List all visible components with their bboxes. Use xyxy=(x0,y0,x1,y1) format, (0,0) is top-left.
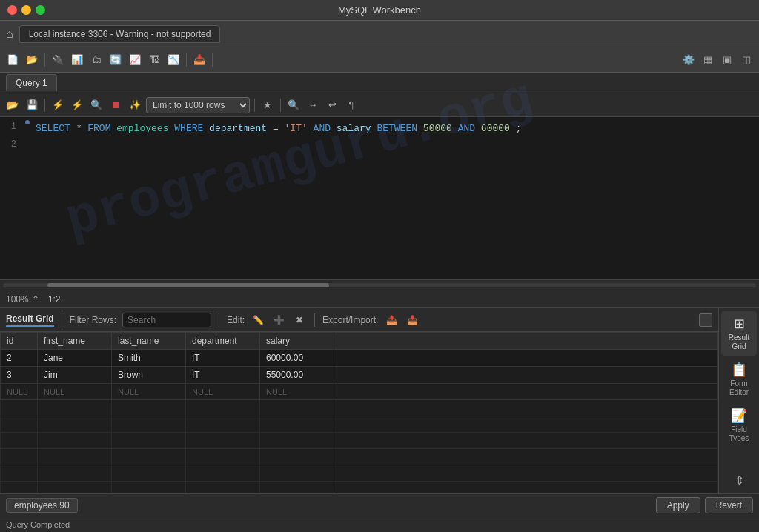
cell-id-2[interactable]: 3 xyxy=(1,367,38,384)
sql-editor[interactable]: 1 SELECT * FROM employees WHERE departme… xyxy=(0,117,759,280)
zoom-arrows[interactable]: ⌃ xyxy=(32,294,39,305)
edit-delete-button[interactable]: ✖ xyxy=(292,313,307,327)
search-button[interactable]: 🔍 xyxy=(285,97,302,113)
table-row-null[interactable]: NULL NULL NULL NULL NULL xyxy=(1,384,718,400)
manage-connections-button[interactable]: 🔌 xyxy=(50,52,66,68)
replace-button[interactable]: ↔ xyxy=(305,97,321,113)
horizontal-scrollbar[interactable] xyxy=(0,280,759,290)
table-row-empty xyxy=(1,482,718,494)
minimize-button[interactable] xyxy=(21,5,31,15)
sidebar-result-grid-button[interactable]: ⊞ Result Grid xyxy=(721,311,757,356)
cell-id-1[interactable]: 2 xyxy=(1,350,38,367)
execute-button[interactable]: ⚡ xyxy=(50,97,66,113)
layout-1-button[interactable]: ▦ xyxy=(700,52,716,68)
cell-last-2[interactable]: Brown xyxy=(112,367,186,384)
line-number-1: 1 xyxy=(0,120,22,132)
export-button[interactable]: 📤 xyxy=(384,313,399,327)
col-header-last-name: last_name xyxy=(112,333,186,350)
num-50000: 50000 xyxy=(423,123,458,134)
execute-current-button[interactable]: ⚡ xyxy=(69,97,85,113)
stop-button[interactable]: ⏹ xyxy=(107,97,124,113)
sql-line-2: 2 xyxy=(0,138,759,153)
revert-button[interactable]: Revert xyxy=(705,497,753,513)
import-button[interactable]: 📥 xyxy=(405,313,420,327)
maximize-button[interactable] xyxy=(36,5,45,15)
settings-button[interactable]: ⚙️ xyxy=(680,52,697,68)
scrollbar-thumb[interactable] xyxy=(47,283,329,287)
cell-extra-1 xyxy=(334,350,718,367)
cell-null-first[interactable]: NULL xyxy=(38,384,112,400)
cell-first-1[interactable]: Jane xyxy=(38,350,112,367)
table-data-button[interactable]: 🗂 xyxy=(88,52,105,68)
workbench-button[interactable]: 🏗 xyxy=(146,52,162,68)
op-eq: = xyxy=(273,123,279,134)
apply-button[interactable]: Apply xyxy=(656,497,700,513)
op-semi: ; xyxy=(516,123,522,134)
qt-sep-3 xyxy=(280,99,281,112)
open-file-button[interactable]: 📂 xyxy=(24,52,40,68)
edit-add-button[interactable]: ➕ xyxy=(271,313,286,327)
result-grid-tab[interactable]: Result Grid xyxy=(6,313,54,327)
layout-2-button[interactable]: ▣ xyxy=(719,52,735,68)
toolbar-separator-2 xyxy=(186,53,187,67)
import-button[interactable]: 📥 xyxy=(191,52,208,68)
filter-input[interactable] xyxy=(122,313,211,327)
home-icon[interactable]: ⌂ xyxy=(6,27,13,41)
save-query-button[interactable]: 💾 xyxy=(24,97,40,113)
cell-null-last[interactable]: NULL xyxy=(112,384,186,400)
form-editor-icon: 📋 xyxy=(731,362,747,378)
close-button[interactable] xyxy=(7,5,17,15)
limit-select[interactable]: Limit to 1000 rows xyxy=(146,97,250,113)
query-tab-1[interactable]: Query 1 xyxy=(6,74,57,91)
num-60000: 60000 xyxy=(481,123,510,134)
new-file-button[interactable]: 📄 xyxy=(4,52,21,68)
layout-3-button[interactable]: ◫ xyxy=(738,52,755,68)
schema-tab[interactable]: employees 90 xyxy=(6,498,78,513)
toolbar-separator-3 xyxy=(212,53,213,67)
edit-pencil-button[interactable]: ✏️ xyxy=(251,313,265,327)
sidebar-form-editor-button[interactable]: 📋 Form Editor xyxy=(721,357,757,402)
str-it: 'IT' xyxy=(285,123,314,134)
schema-inspector-button[interactable]: 📊 xyxy=(69,52,85,68)
wrap-checkbox[interactable] xyxy=(699,313,712,327)
sql-code-1[interactable]: SELECT * FROM employees WHERE department… xyxy=(33,120,522,138)
table-row[interactable]: 2 Jane Smith IT 60000.00 xyxy=(1,350,718,367)
toolbar-separator-1 xyxy=(44,53,45,67)
rt-sep-3 xyxy=(314,313,315,327)
keyword-select: SELECT xyxy=(36,123,70,134)
invisible-chars-button[interactable]: ¶ xyxy=(343,97,359,113)
cell-first-2[interactable]: Jim xyxy=(38,367,112,384)
bookmark-button[interactable]: ★ xyxy=(259,97,276,113)
cell-dept-2[interactable]: IT xyxy=(186,367,260,384)
performance-button[interactable]: 📈 xyxy=(127,52,143,68)
data-grid: id first_name last_name department salar… xyxy=(0,332,718,493)
sql-code-2[interactable] xyxy=(33,138,36,141)
word-wrap-button[interactable]: ↩ xyxy=(324,97,340,113)
result-area: Result Grid Filter Rows: Edit: ✏️ ➕ ✖ Ex… xyxy=(0,308,718,493)
sidebar-field-types-button[interactable]: 📝 Field Types xyxy=(721,403,757,448)
cell-null-salary[interactable]: NULL xyxy=(260,384,334,400)
explain-button[interactable]: 🔍 xyxy=(88,97,105,113)
main-toolbar: 📄 📂 🔌 📊 🗂 🔄 📈 🏗 📉 📥 ⚙️ ▦ ▣ ◫ xyxy=(0,47,759,73)
window-controls xyxy=(7,5,45,15)
query-stats-button[interactable]: 📉 xyxy=(165,52,182,68)
cell-null-id[interactable]: NULL xyxy=(1,384,38,400)
beautify-button[interactable]: ✨ xyxy=(127,97,143,113)
cell-dept-1[interactable]: IT xyxy=(186,350,260,367)
query-toolbar: 📂 💾 ⚡ ⚡ 🔍 ⏹ ✨ Limit to 1000 rows ★ 🔍 ↔ ↩… xyxy=(0,93,759,117)
sql-line-1: 1 SELECT * FROM employees WHERE departme… xyxy=(0,120,759,138)
cell-salary-1[interactable]: 60000.00 xyxy=(260,350,334,367)
open-query-button[interactable]: 📂 xyxy=(4,97,21,113)
keyword-and-1: AND xyxy=(314,123,331,134)
migration-button[interactable]: 🔄 xyxy=(107,52,124,68)
connection-tab[interactable]: Local instance 3306 - Warning - not supp… xyxy=(19,25,221,43)
cell-last-1[interactable]: Smith xyxy=(112,350,186,367)
cell-null-dept[interactable]: NULL xyxy=(186,384,260,400)
table-row[interactable]: 3 Jim Brown IT 55000.00 xyxy=(1,367,718,384)
cell-salary-2[interactable]: 55000.00 xyxy=(260,367,334,384)
editor-status-bar: 100% ⌃ 1:2 xyxy=(0,290,759,308)
scrollbar-track xyxy=(3,283,756,287)
sidebar-expand-arrow[interactable]: ⇕ xyxy=(735,473,744,488)
zoom-control[interactable]: 100% ⌃ xyxy=(6,294,39,305)
query-tab-bar: Query 1 xyxy=(0,73,759,93)
